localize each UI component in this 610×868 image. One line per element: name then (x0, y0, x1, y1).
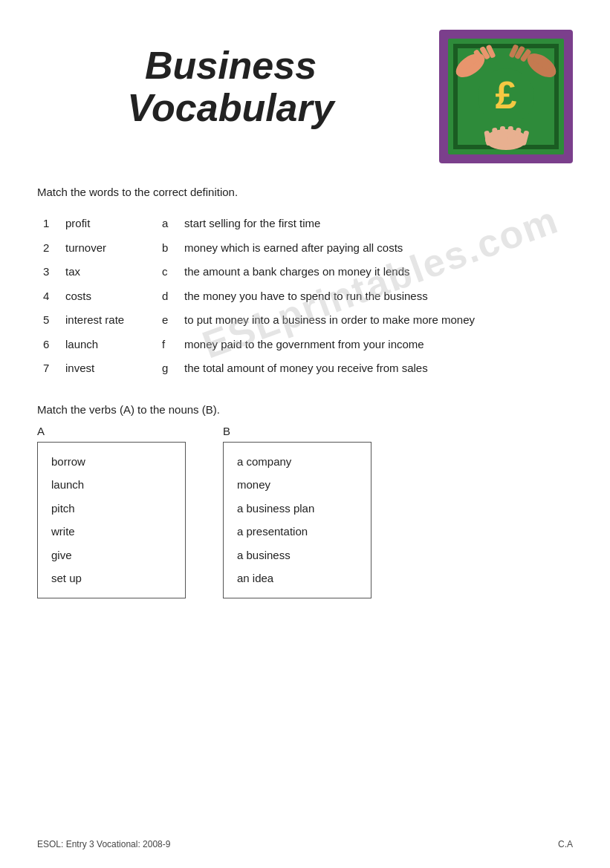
list-item: a business plan (237, 497, 357, 521)
list-item: pitch (51, 497, 172, 521)
row-definition: money paid to the government from your i… (178, 333, 573, 357)
row-number: 3 (37, 260, 59, 284)
row-word: turnover (59, 236, 156, 261)
row-word: interest rate (59, 308, 156, 333)
row-definition: to put money into a business in order to… (178, 308, 573, 333)
row-letter: g (156, 356, 178, 381)
table-row: 2 turnover b money which is earned after… (37, 236, 573, 261)
row-definition: start selling for the first time (178, 212, 573, 236)
footer-right: C.A (558, 839, 573, 849)
table-row: 3 tax c the amount a bank charges on mon… (37, 260, 573, 284)
table-row: 6 launch f money paid to the government … (37, 333, 573, 357)
list-item: a business (237, 544, 357, 567)
instruction1: Match the words to the correct definitio… (37, 186, 573, 198)
row-letter: c (156, 260, 178, 284)
verb-noun-section: A borrowlaunchpitchwritegiveset up B a c… (37, 425, 573, 598)
svg-text:£: £ (496, 74, 517, 117)
col-a-label: A (37, 425, 186, 437)
row-word: launch (59, 333, 156, 357)
row-number: 2 (37, 236, 59, 261)
row-definition: the money you have to spend to run the b… (178, 284, 573, 309)
footer: ESOL: Entry 3 Vocational: 2008-9 C.A (37, 839, 573, 849)
header: Business Vocabulary £ (37, 30, 573, 163)
verb-box: borrowlaunchpitchwritegiveset up (37, 442, 186, 598)
row-number: 1 (37, 212, 59, 236)
row-definition: the total amount of money you receive fr… (178, 356, 573, 381)
row-word: tax (59, 260, 156, 284)
row-letter: a (156, 212, 178, 236)
matching-table: 1 profit a start selling for the first t… (37, 212, 573, 381)
row-word: profit (59, 212, 156, 236)
row-definition: money which is earned after paying all c… (178, 236, 573, 261)
row-letter: e (156, 308, 178, 333)
list-item: a presentation (237, 520, 357, 544)
title-block: Business Vocabulary (37, 30, 424, 129)
table-row: 1 profit a start selling for the first t… (37, 212, 573, 236)
row-number: 6 (37, 333, 59, 357)
row-word: invest (59, 356, 156, 381)
row-number: 5 (37, 308, 59, 333)
table-row: 5 interest rate e to put money into a bu… (37, 308, 573, 333)
col-a: A borrowlaunchpitchwritegiveset up (37, 425, 186, 598)
list-item: borrow (51, 450, 172, 474)
title-line1: Business (145, 45, 317, 87)
row-letter: f (156, 333, 178, 357)
noun-box: a companymoneya business plana presentat… (223, 442, 371, 598)
col-b: B a companymoneya business plana present… (223, 425, 371, 598)
row-letter: b (156, 236, 178, 261)
list-item: money (237, 473, 357, 497)
table-row: 4 costs d the money you have to spend to… (37, 284, 573, 309)
svg-rect-18 (500, 126, 505, 144)
row-word: costs (59, 284, 156, 309)
list-item: launch (51, 473, 172, 497)
list-item: give (51, 544, 172, 567)
instruction2: Match the verbs (A) to the nouns (B). (37, 403, 573, 416)
list-item: write (51, 520, 172, 544)
list-item: set up (51, 567, 172, 590)
table-row: 7 invest g the total amount of money you… (37, 356, 573, 381)
row-letter: d (156, 284, 178, 309)
col-b-label: B (223, 425, 371, 437)
footer-left: ESOL: Entry 3 Vocational: 2008-9 (37, 839, 170, 849)
row-number: 7 (37, 356, 59, 381)
list-item: a company (237, 450, 357, 474)
list-item: an idea (237, 567, 357, 590)
row-definition: the amount a bank charges on money it le… (178, 260, 573, 284)
title-line2: Vocabulary (127, 87, 334, 129)
row-number: 4 (37, 284, 59, 309)
logo-area: £ (439, 30, 573, 163)
